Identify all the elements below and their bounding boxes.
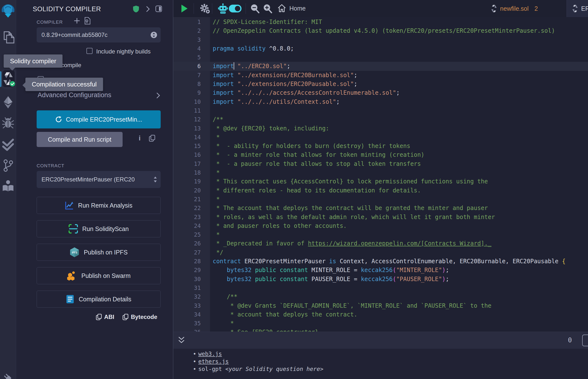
compile-button-label: Compile ERC20PresetMin... xyxy=(66,116,142,123)
run-remix-analysis-button[interactable]: Run Remix Analysis xyxy=(37,197,161,214)
svg-text:IPFS: IPFS xyxy=(72,251,77,254)
run-solidityscan-button[interactable]: Run SolidityScan xyxy=(37,220,161,237)
ai-copilot-toggle[interactable] xyxy=(229,5,242,13)
compilation-success-badge-icon xyxy=(9,80,16,87)
advanced-configurations-toggle[interactable]: Advanced Configurations xyxy=(38,91,111,99)
terminal-link-ethers.js[interactable]: ethers.js xyxy=(198,358,229,364)
chart-icon xyxy=(65,201,74,210)
code-line-30: 30 bytes32 public constant PAUSER_ROLE =… xyxy=(173,275,588,284)
ipfs-icon: IPFS xyxy=(70,247,79,257)
compiler-version-select[interactable]: 0.8.29+commit.ab55807c xyxy=(37,27,161,43)
code-line-23: 23 * roles, as well as the default admin… xyxy=(173,213,588,221)
sidebar-item-plugin-manager[interactable] xyxy=(0,372,16,379)
compile-and-run-label: Compile and Run script xyxy=(48,136,111,143)
sidebar-item-deploy-run[interactable] xyxy=(0,96,16,109)
sidebar-item-git[interactable] xyxy=(0,159,16,172)
tab-ERC20PresetMinterPauser.sol[interactable]: ERC20PresetMinterPauser.sol xyxy=(567,0,588,17)
line-number: 14 xyxy=(173,133,210,142)
line-number: 21 xyxy=(173,195,210,204)
run-remix-analysis-button-label: Run Remix Analysis xyxy=(78,202,132,209)
code-line-22: 22 * The account that deploys the contra… xyxy=(173,204,588,212)
permissions-shield-icon[interactable] xyxy=(133,5,139,13)
contract-select[interactable]: ERC20PresetMinterPauser (ERC20 xyxy=(37,171,161,188)
code-line-3: 3 xyxy=(173,35,588,44)
publish-swarm-button[interactable]: Publish on Swarm xyxy=(37,267,161,284)
tooltip-text: Compilation successful xyxy=(32,80,97,88)
line-number: 19 xyxy=(173,177,210,186)
compiler-license-icon[interactable] xyxy=(84,17,90,24)
editor-toolbar-and-tabs: Home newfile.sol2ERC20PresetMinterPauser… xyxy=(173,0,588,17)
code-line-5: 5 xyxy=(173,53,588,62)
contract-section-label: CONTRACT xyxy=(37,163,64,169)
tooltip-text: Solidity compiler xyxy=(10,57,56,65)
contract-select-value: ERC20PresetMinterPauser (ERC20 xyxy=(42,176,135,183)
terminal-list-item: •web3.js xyxy=(193,350,588,358)
chevrons-down-icon[interactable] xyxy=(178,336,185,345)
copy-bytecode-button[interactable]: Bytecode xyxy=(123,314,157,320)
code-line-7: 7import "../extensions/ERC20Burnable.sol… xyxy=(173,71,588,79)
line-number: 31 xyxy=(173,284,210,292)
terminal-panel: 0 •web3.js•ethers.js•sol-gpt <your Solid… xyxy=(173,332,588,379)
terminal-header: 0 xyxy=(173,332,588,349)
copy-abi-button[interactable]: ABI xyxy=(96,314,114,320)
compilation-details-button[interactable]: Compilation Details xyxy=(37,291,161,308)
page-title: SOLIDITY COMPILER xyxy=(33,5,101,13)
run-script-play-button[interactable] xyxy=(181,4,188,13)
code-line-8: 8import "../extensions/ERC20Pausable.sol… xyxy=(173,79,588,88)
script-config-gear-icon[interactable] xyxy=(199,3,211,14)
sidebar-item-debugger[interactable] xyxy=(0,117,16,128)
publish-ipfs-button[interactable]: IPFSPublish on IPFS xyxy=(37,244,161,261)
swarm-icon xyxy=(67,271,77,281)
scan-icon xyxy=(69,224,78,234)
zoom-out-icon[interactable] xyxy=(250,4,260,14)
line-number: 34 xyxy=(173,310,210,319)
line-number: 20 xyxy=(173,186,210,195)
sidebar-item-unit-testing[interactable] xyxy=(0,139,16,151)
line-number: 33 xyxy=(173,301,210,310)
code-line-20: 20 * different roles - head to its docum… xyxy=(173,186,588,195)
code-line-17: 17 * - a pauser role that allows to stop… xyxy=(173,159,588,168)
compiler-version-value: 0.8.29+commit.ab55807c xyxy=(42,32,108,38)
terminal-corner-control[interactable] xyxy=(582,334,588,346)
tab-newfile.sol[interactable]: newfile.sol2 xyxy=(485,0,567,17)
copy-script-icon[interactable] xyxy=(149,135,155,142)
code-line-24: 24 * and pauser roles to other accounts. xyxy=(173,221,588,230)
line-number: 25 xyxy=(173,230,210,239)
bytecode-label: Bytecode xyxy=(131,314,157,320)
add-compiler-icon[interactable] xyxy=(74,17,80,24)
solidity-compiler-tooltip: Solidity compiler xyxy=(4,54,62,68)
terminal-list-item: •sol-gpt <your Solidity question here> xyxy=(193,365,588,373)
code-line-28: 28contract ERC20PresetMinterPauser is Co… xyxy=(173,257,588,266)
line-number: 17 xyxy=(173,159,210,168)
chevron-right-icon[interactable] xyxy=(146,6,150,12)
tab-problem-count: 2 xyxy=(535,5,538,12)
home-tab-label: Home xyxy=(289,5,306,12)
line-number: 12 xyxy=(173,115,210,124)
code-line-35: 35 * xyxy=(173,319,588,328)
solidity-file-icon xyxy=(572,5,578,12)
select-arrows-icon xyxy=(150,32,157,38)
code-line-31: 31 xyxy=(173,284,588,292)
info-icon[interactable]: i xyxy=(139,134,141,142)
line-number: 29 xyxy=(173,266,210,274)
sidebar-item-learneth[interactable] xyxy=(0,180,16,192)
remix-ide-window: SOLIDITY COMPILER COMPILER 0.8.29+commit… xyxy=(0,0,588,379)
compilation-details-button-label: Compilation Details xyxy=(79,296,131,303)
code-editor[interactable]: 1// SPDX-License-Identifier: MIT2// Open… xyxy=(173,17,588,332)
tab-label: ERC20PresetMinterPauser.sol xyxy=(581,5,588,12)
line-number: 11 xyxy=(173,106,210,115)
pin-panel-icon[interactable] xyxy=(155,5,162,12)
remix-ai-robot-icon[interactable] xyxy=(218,3,228,14)
terminal-link-web3.js[interactable]: web3.js xyxy=(198,351,222,357)
compile-button[interactable]: Compile ERC20PresetMin... xyxy=(37,111,161,128)
include-nightly-checkbox[interactable] xyxy=(86,48,93,54)
line-number: 22 xyxy=(173,204,210,212)
zoom-in-icon[interactable] xyxy=(263,4,273,14)
terminal-output: •web3.js•ethers.js•sol-gpt <your Solidit… xyxy=(173,349,588,379)
code-line-29: 29 bytes32 public constant MINTER_ROLE =… xyxy=(173,266,588,274)
compile-and-run-button[interactable]: Compile and Run script xyxy=(37,132,123,147)
sidebar-item-file-explorer[interactable] xyxy=(0,31,16,44)
code-line-2: 2// OpenZeppelin Contracts (last updated… xyxy=(173,26,588,35)
advanced-chevron-icon[interactable] xyxy=(156,92,160,99)
tab-home[interactable]: Home xyxy=(278,4,306,13)
